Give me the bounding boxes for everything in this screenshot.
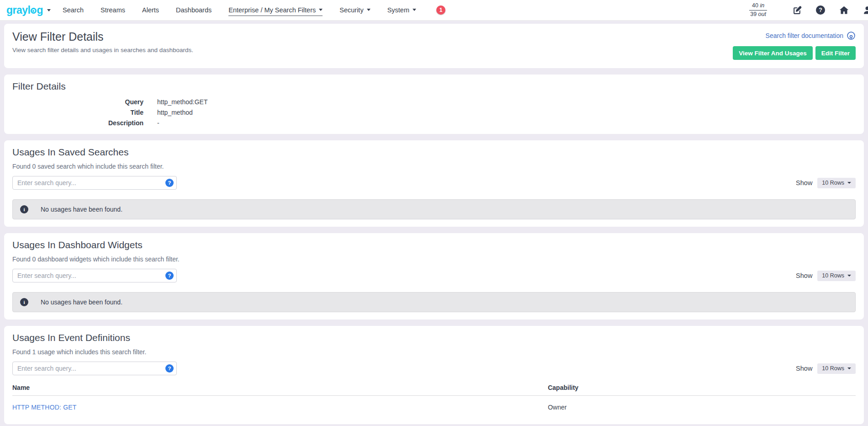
graylog-logo-o-mark: [31, 8, 37, 14]
detail-label-title: Title: [12, 109, 143, 116]
home-icon[interactable]: [839, 5, 849, 15]
nav-item-search[interactable]: Search: [63, 5, 84, 16]
search-help-icon[interactable]: [165, 179, 174, 187]
nav-item-security[interactable]: Security: [339, 5, 370, 16]
throughput-out: 39 out: [749, 11, 767, 18]
nav-item-dashboards[interactable]: Dashboards: [176, 5, 212, 16]
column-header-name: Name: [12, 382, 548, 396]
detail-value-title: http_method: [157, 109, 856, 116]
edit-filter-button[interactable]: Edit Filter: [815, 46, 856, 60]
page-content: View Filter Details View search filter d…: [0, 21, 868, 426]
table-row: HTTP METHOD: GET Owner: [12, 396, 856, 417]
alert-message: No usages have been found.: [41, 298, 122, 306]
controls-row: Show 10 Rows: [12, 269, 856, 282]
chevron-down-icon: [413, 9, 416, 11]
info-icon: [20, 298, 28, 306]
chevron-down-icon: [847, 367, 851, 369]
found-count-text: Found 1 usage which includes this search…: [12, 348, 856, 356]
search-help-icon[interactable]: [165, 364, 174, 373]
throughput-counter[interactable]: 40 in 39 out: [749, 2, 767, 18]
page-size-control: Show 10 Rows: [796, 271, 856, 281]
event-definitions-table: Name Capability HTTP METHOD: GET Owner: [12, 382, 856, 417]
user-icon[interactable]: [862, 5, 868, 15]
filter-details-list: Query http_method:GET Title http_method …: [12, 98, 856, 127]
filter-details-card: Filter Details Query http_method:GET Tit…: [4, 75, 864, 134]
page-size-control: Show 10 Rows: [796, 363, 856, 374]
filter-details-title: Filter Details: [12, 81, 856, 92]
no-usages-alert: No usages have been found.: [12, 292, 856, 312]
table-header-row: Name Capability: [12, 382, 856, 396]
usages-dashboard-widgets-card: Usages In Dashboard Widgets Found 0 dash…: [4, 233, 864, 320]
help-icon[interactable]: [815, 5, 826, 15]
edit-icon[interactable]: [792, 5, 802, 15]
capability-value: Owner: [548, 396, 856, 417]
chevron-down-icon[interactable]: [47, 9, 51, 11]
search-input-wrap: [12, 362, 177, 375]
rows-per-page-dropdown[interactable]: 10 Rows: [817, 178, 856, 188]
chevron-down-icon: [847, 182, 851, 184]
documentation-icon: [847, 31, 856, 40]
search-input-wrap: [12, 269, 177, 282]
page-header-right: Search filter documentation View Filter …: [733, 30, 856, 60]
event-definition-link[interactable]: HTTP METHOD: GET: [12, 404, 77, 411]
rows-per-page-dropdown[interactable]: 10 Rows: [817, 363, 856, 374]
throughput-in: 40 in: [749, 2, 767, 11]
search-filter-documentation-link[interactable]: Search filter documentation: [766, 31, 856, 40]
page-header-left: View Filter Details View search filter d…: [12, 30, 193, 53]
section-title: Usages In Dashboard Widgets: [12, 240, 856, 250]
page-size-control: Show 10 Rows: [796, 178, 856, 188]
detail-label-description: Description: [12, 119, 143, 127]
chevron-down-icon: [319, 9, 323, 11]
controls-row: Show 10 Rows: [12, 362, 856, 375]
graylog-logo[interactable]: graylg: [6, 5, 51, 16]
show-label: Show: [796, 272, 812, 279]
chevron-down-icon: [847, 275, 851, 277]
usages-saved-searches-card: Usages In Saved Searches Found 0 saved s…: [4, 140, 864, 227]
found-count-text: Found 0 saved search which include this …: [12, 163, 856, 170]
column-header-capability: Capability: [548, 382, 856, 396]
show-label: Show: [796, 179, 812, 186]
no-usages-alert: No usages have been found.: [12, 199, 856, 219]
alert-message: No usages have been found.: [41, 206, 122, 213]
detail-value-query: http_method:GET: [157, 98, 856, 106]
search-input[interactable]: [12, 269, 177, 282]
show-label: Show: [796, 365, 812, 372]
page-title: View Filter Details: [12, 30, 193, 43]
nav-item-streams[interactable]: Streams: [101, 5, 125, 16]
view-filter-and-usages-button[interactable]: View Filter And Usages: [733, 46, 813, 60]
found-count-text: Found 0 dashboard widgets which include …: [12, 256, 856, 263]
search-help-icon[interactable]: [165, 272, 174, 280]
search-input-wrap: [12, 176, 177, 190]
main-navigation: Search Streams Alerts Dashboards Enterpr…: [63, 5, 416, 16]
top-navbar: graylg Search Streams Alerts Dashboards …: [0, 0, 868, 21]
section-title: Usages In Saved Searches: [12, 147, 856, 158]
notification-badge[interactable]: 1: [436, 5, 445, 15]
section-title: Usages In Event Definitions: [12, 332, 856, 343]
info-icon: [20, 205, 28, 213]
rows-per-page-dropdown[interactable]: 10 Rows: [817, 271, 856, 281]
navbar-right-group: 40 in 39 out: [749, 2, 868, 18]
detail-value-description: -: [157, 119, 856, 127]
search-input[interactable]: [12, 362, 177, 375]
detail-label-query: Query: [12, 98, 143, 106]
nav-item-alerts[interactable]: Alerts: [142, 5, 159, 16]
controls-row: Show 10 Rows: [12, 176, 856, 190]
header-buttons: View Filter And Usages Edit Filter: [733, 46, 856, 60]
graylog-logo-text: graylg: [6, 5, 43, 16]
page-header-card: View Filter Details View search filter d…: [4, 24, 864, 68]
question-circle-icon: [816, 5, 825, 15]
usages-event-definitions-card: Usages In Event Definitions Found 1 usag…: [4, 326, 864, 424]
search-input[interactable]: [12, 176, 177, 190]
nav-item-enterprise-my-search-filters[interactable]: Enterprise / My Search Filters: [228, 5, 323, 16]
nav-item-system[interactable]: System: [387, 5, 416, 16]
page-subtitle: View search filter details and usages in…: [12, 47, 193, 53]
chevron-down-icon: [367, 9, 370, 11]
